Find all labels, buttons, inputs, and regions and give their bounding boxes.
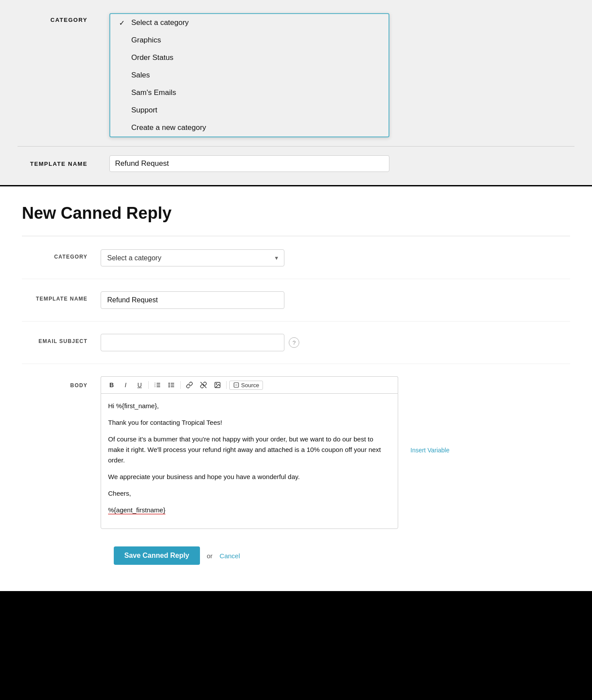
- top-panel: CATEGORY ✓ Select a category Graphics Or…: [0, 0, 592, 186]
- toolbar-separator-2: [180, 381, 181, 389]
- template-name-input[interactable]: [101, 291, 284, 309]
- editor-toolbar: B I U: [101, 376, 398, 393]
- category-label: CATEGORY: [22, 249, 101, 260]
- category-select[interactable]: Select a category Graphics Order Status …: [101, 249, 284, 266]
- body-line-1: Hi %{first_name},: [108, 401, 391, 411]
- body-outer: B I U: [101, 376, 449, 529]
- toolbar-separator-1: [148, 381, 149, 389]
- email-subject-field-content: ?: [101, 334, 381, 351]
- bottom-panel: New Canned Reply CATEGORY Select a categ…: [0, 186, 592, 591]
- dropdown-item-sams-emails[interactable]: Sam's Emails: [110, 84, 389, 102]
- toolbar-bold-button[interactable]: B: [105, 379, 118, 391]
- body-editor-wrapper: B I U: [101, 376, 398, 529]
- top-template-input[interactable]: [109, 155, 389, 172]
- dropdown-item-create-new-category[interactable]: Create a new category: [110, 119, 389, 136]
- dropdown-item-support[interactable]: Support: [110, 102, 389, 119]
- email-subject-row: EMAIL SUBJECT ?: [22, 334, 570, 364]
- body-row: BODY B I U: [22, 376, 570, 529]
- ordered-list-icon: 1 2 3: [154, 382, 161, 388]
- toolbar-separator-3: [226, 381, 227, 389]
- toolbar-image-button[interactable]: [211, 379, 224, 391]
- action-row: Save Canned Reply or Cancel: [22, 546, 570, 565]
- body-line-5: Cheers,: [108, 488, 391, 499]
- link-icon: [186, 382, 193, 388]
- svg-point-9: [168, 383, 170, 384]
- toolbar-unlink-button[interactable]: [197, 379, 210, 391]
- source-icon: [233, 382, 239, 388]
- toolbar-source-button[interactable]: Source: [229, 381, 263, 390]
- toolbar-italic-button[interactable]: I: [119, 379, 132, 391]
- category-select-wrapper: Select a category Graphics Order Status …: [101, 249, 284, 266]
- check-icon: ✓: [119, 19, 128, 27]
- toolbar-ordered-list-button[interactable]: 1 2 3: [151, 379, 164, 391]
- category-row: CATEGORY Select a category Graphics Orde…: [22, 249, 570, 279]
- insert-variable-link[interactable]: Insert Variable: [410, 307, 449, 454]
- insert-variable-column: Insert Variable: [404, 376, 449, 454]
- svg-point-14: [216, 384, 217, 385]
- editor-body-content: Hi %{first_name}, Thank you for contacti…: [108, 401, 391, 515]
- unordered-list-icon: [168, 382, 175, 388]
- body-line-4: We appreciate your business and hope you…: [108, 472, 391, 482]
- body-line-6: %{agent_firstname}: [108, 505, 391, 515]
- body-editor[interactable]: Hi %{first_name}, Thank you for contacti…: [101, 393, 398, 529]
- svg-point-10: [168, 385, 170, 386]
- email-subject-wrapper: ?: [101, 334, 381, 351]
- cancel-link[interactable]: Cancel: [220, 552, 240, 560]
- toolbar-underline-button[interactable]: U: [133, 379, 146, 391]
- category-field-content: Select a category Graphics Order Status …: [101, 249, 381, 266]
- toolbar-unordered-list-button[interactable]: [165, 379, 178, 391]
- template-name-field-content: [101, 291, 381, 309]
- toolbar-link-button[interactable]: [183, 379, 196, 391]
- email-subject-label: EMAIL SUBJECT: [22, 334, 101, 344]
- top-template-label: TEMPLATE NAME: [18, 161, 96, 167]
- svg-text:3: 3: [154, 385, 156, 388]
- dropdown-item-order-status[interactable]: Order Status: [110, 49, 389, 66]
- dropdown-item-graphics[interactable]: Graphics: [110, 32, 389, 49]
- svg-point-11: [168, 386, 170, 388]
- dropdown-item-select-category[interactable]: ✓ Select a category: [110, 14, 389, 32]
- top-divider: [18, 146, 574, 147]
- save-canned-reply-button[interactable]: Save Canned Reply: [114, 546, 200, 565]
- top-template-row: TEMPLATE NAME: [18, 155, 574, 172]
- email-subject-input[interactable]: [101, 334, 284, 351]
- top-category-label: CATEGORY: [18, 17, 96, 23]
- form-section: CATEGORY Select a category Graphics Orde…: [22, 236, 570, 529]
- body-line-2: Thank you for contacting Tropical Tees!: [108, 417, 391, 428]
- image-icon: [214, 382, 221, 388]
- help-icon[interactable]: ?: [289, 337, 299, 348]
- unlink-icon: [200, 382, 207, 388]
- agent-variable: %{agent_firstname}: [108, 506, 165, 514]
- template-name-label: TEMPLATE NAME: [22, 291, 101, 302]
- category-dropdown-open[interactable]: ✓ Select a category Graphics Order Statu…: [109, 13, 389, 137]
- page-title: New Canned Reply: [22, 204, 570, 223]
- body-line-3: Of course it's a bummer that you're not …: [108, 434, 391, 466]
- dropdown-item-sales[interactable]: Sales: [110, 66, 389, 84]
- template-name-row: TEMPLATE NAME: [22, 291, 570, 322]
- or-text: or: [207, 552, 213, 560]
- top-dropdown-container: ✓ Select a category Graphics Order Statu…: [109, 13, 389, 137]
- body-label: BODY: [22, 376, 101, 388]
